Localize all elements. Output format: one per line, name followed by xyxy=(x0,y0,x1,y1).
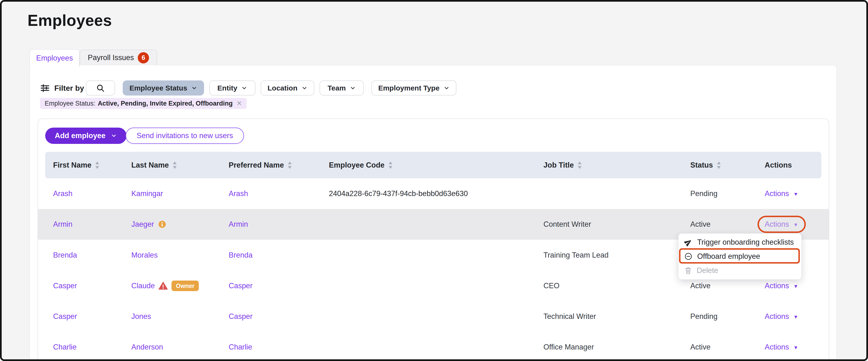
column-status[interactable]: Status xyxy=(690,152,721,178)
first-name-link[interactable]: Casper xyxy=(53,271,77,301)
filter-by-label: Filter by xyxy=(40,82,84,94)
menu-item-delete[interactable]: Delete xyxy=(679,263,801,277)
caret-down-icon: ▼ xyxy=(794,345,798,351)
actions-dropdown-menu: Trigger onboarding checklists Offboard e… xyxy=(678,233,802,280)
caret-down-icon: ▼ xyxy=(794,222,798,228)
filter-entity[interactable]: Entity xyxy=(209,80,255,95)
column-job-title[interactable]: Job Title xyxy=(544,152,582,178)
first-name-link[interactable]: Brenda xyxy=(53,240,77,271)
last-name-link[interactable]: Jones xyxy=(131,301,151,332)
column-first-name[interactable]: First Name xyxy=(53,152,100,178)
tab-payroll-issues-label: Payroll Issues xyxy=(88,53,134,62)
column-employee-code[interactable]: Employee Code xyxy=(329,152,393,178)
job-title: Training Team Lead xyxy=(544,240,609,271)
table-header: First Name Last Name Preferred Name Empl… xyxy=(45,152,822,178)
table-row: Charlie Anderson Charlie Office Manager … xyxy=(38,332,829,359)
employees-table-card: Add employee Send invitations to new use… xyxy=(37,118,829,359)
sliders-icon xyxy=(40,83,50,93)
tab-employees-label: Employees xyxy=(36,54,73,62)
caret-down-icon: ▼ xyxy=(794,283,798,289)
preferred-name-link[interactable]: Armin xyxy=(229,209,248,240)
search-icon xyxy=(96,83,105,93)
column-preferred-name[interactable]: Preferred Name xyxy=(229,152,292,178)
chevron-down-icon xyxy=(191,85,197,91)
chevron-down-icon xyxy=(301,85,308,91)
chevron-down-icon xyxy=(443,85,450,91)
column-last-name[interactable]: Last Name xyxy=(131,152,177,178)
job-title: Content Writer xyxy=(544,209,591,240)
app-window: Employees Employees Payroll Issues 6 Fil… xyxy=(0,0,868,361)
menu-item-trigger-onboarding-checklists[interactable]: Trigger onboarding checklists xyxy=(679,235,801,249)
row-actions-button[interactable]: Actions ▼ xyxy=(765,332,798,359)
circle-minus-icon xyxy=(684,252,692,260)
tab-employees[interactable]: Employees xyxy=(29,49,80,67)
preferred-name-link[interactable]: Brenda xyxy=(229,240,253,271)
sort-icon xyxy=(287,161,292,169)
sort-icon xyxy=(716,161,721,169)
job-title: CEO xyxy=(544,271,559,301)
last-name-link[interactable]: Anderson xyxy=(131,332,163,359)
caret-down-icon: ▼ xyxy=(794,191,798,197)
employee-code: 2404a228-6c79-437f-94cb-bebb0d63e630 xyxy=(329,178,468,209)
filter-location[interactable]: Location xyxy=(261,80,314,95)
first-name-link[interactable]: Casper xyxy=(53,301,77,332)
active-filter-chip: Employee Status: Active, Pending, Invite… xyxy=(40,98,247,109)
chevron-down-icon xyxy=(241,85,247,91)
status: Active xyxy=(690,332,710,359)
warning-icon xyxy=(159,281,168,290)
status: Pending xyxy=(690,178,718,209)
trash-icon xyxy=(684,267,692,274)
status: Pending xyxy=(690,301,718,332)
job-title: Office Manager xyxy=(544,332,594,359)
filter-employment-type[interactable]: Employment Type xyxy=(371,80,456,95)
owner-badge: Owner xyxy=(172,281,199,291)
filter-team[interactable]: Team xyxy=(319,80,364,95)
tab-payroll-issues[interactable]: Payroll Issues 6 xyxy=(80,50,157,65)
add-employee-button[interactable]: Add employee xyxy=(45,128,127,144)
first-name-link[interactable]: Armin xyxy=(53,209,72,240)
table-row: Casper Jones Casper Technical Writer Pen… xyxy=(38,301,829,332)
chevron-down-icon xyxy=(350,85,356,91)
filter-employee-status[interactable]: Employee Status xyxy=(123,80,204,95)
sort-icon xyxy=(577,161,582,169)
menu-item-offboard-employee[interactable]: Offboard employee xyxy=(679,249,801,263)
first-name-link[interactable]: Charlie xyxy=(53,332,76,359)
caret-down-icon: ▼ xyxy=(794,314,798,320)
last-name-link[interactable]: Kamingar xyxy=(131,178,163,209)
send-invitations-button[interactable]: Send invitations to new users xyxy=(126,128,244,144)
job-title: Technical Writer xyxy=(544,301,596,332)
row-actions-button[interactable]: Actions ▼ xyxy=(765,301,798,332)
table-row: Arash Kamingar Arash 2404a228-6c79-437f-… xyxy=(38,178,829,209)
preferred-name-link[interactable]: Casper xyxy=(229,271,253,301)
last-name-link[interactable]: Morales xyxy=(131,240,158,271)
preferred-name-link[interactable]: Casper xyxy=(229,301,253,332)
sort-icon xyxy=(388,161,393,169)
first-name-link[interactable]: Arash xyxy=(53,178,72,209)
row-actions-button[interactable]: Actions ▼ xyxy=(765,178,798,209)
search-button[interactable] xyxy=(86,80,115,95)
page-title: Employees xyxy=(28,11,112,29)
payroll-issues-count-badge: 6 xyxy=(138,52,149,63)
preferred-name-link[interactable]: Arash xyxy=(229,178,248,209)
last-name-link[interactable]: Jaeger xyxy=(131,209,166,240)
last-name-link[interactable]: Claude Owner xyxy=(131,271,199,301)
send-icon xyxy=(684,238,692,246)
chevron-down-icon xyxy=(111,133,117,139)
info-icon xyxy=(158,220,166,229)
sort-icon xyxy=(172,161,177,169)
preferred-name-link[interactable]: Charlie xyxy=(229,332,252,359)
chip-dismiss-icon[interactable]: ✕ xyxy=(237,100,242,107)
column-actions: Actions xyxy=(765,152,792,178)
sort-icon xyxy=(95,161,100,169)
